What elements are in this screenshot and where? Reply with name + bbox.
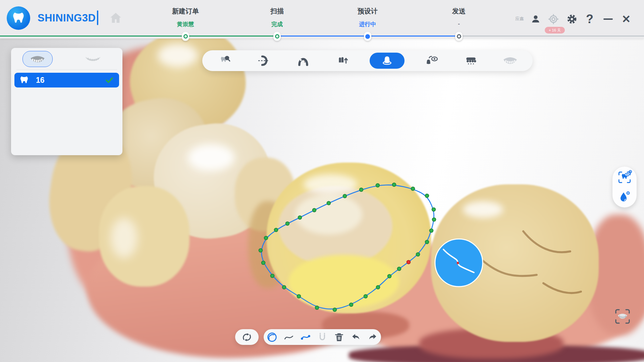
- highlight: [158, 44, 198, 67]
- texture-toggle-icon: [617, 189, 632, 204]
- margin-control-point[interactable]: [271, 274, 274, 278]
- margin-control-point[interactable]: [432, 208, 436, 212]
- control-point-curve-icon: [300, 332, 311, 343]
- tool-occlusion-adjust[interactable]: [330, 53, 355, 69]
- help-button[interactable]: ?: [584, 13, 595, 25]
- margin-control-point[interactable]: [411, 187, 415, 191]
- design-toolbar: 1: [202, 50, 533, 71]
- close-button[interactable]: ✕: [621, 13, 632, 25]
- margin-control-point[interactable]: [264, 236, 268, 240]
- tool-abutment-visibility[interactable]: [420, 53, 444, 69]
- margin-abutment-icon: [381, 54, 393, 67]
- close-icon: ✕: [622, 14, 631, 24]
- tooth-blob: [431, 184, 599, 342]
- logged-in-user: 应鑫: [515, 16, 524, 22]
- brand-name: SHINING3D: [38, 12, 96, 24]
- tool-free-curve[interactable]: [282, 330, 296, 344]
- tool-undo[interactable]: [349, 330, 363, 344]
- step-scan[interactable]: 扫描 完成: [240, 7, 314, 28]
- svg-text:1: 1: [304, 59, 306, 63]
- upper-jaw-icon: [30, 55, 46, 63]
- minimize-icon: [603, 18, 613, 20]
- user-button[interactable]: [530, 13, 541, 25]
- margin-control-point[interactable]: [327, 201, 331, 205]
- tool-delete[interactable]: [332, 330, 346, 344]
- margin-control-point[interactable]: [392, 183, 396, 187]
- margin-control-point[interactable]: [282, 286, 286, 289]
- help-icon: ?: [586, 13, 593, 25]
- margin-control-point[interactable]: [343, 194, 347, 198]
- margin-control-point[interactable]: [350, 303, 353, 307]
- step-label: 预设计: [331, 7, 405, 16]
- margin-active-point[interactable]: [407, 260, 411, 264]
- margin-control-point[interactable]: [432, 218, 436, 222]
- step-label: 新建订单: [149, 7, 222, 16]
- progress-segment-done: [0, 36, 277, 37]
- curve-toolbar: [264, 329, 381, 345]
- step-predesign[interactable]: 预设计 进行中: [331, 7, 405, 28]
- margin-control-point[interactable]: [430, 229, 433, 233]
- tool-bridge-connector[interactable]: [459, 53, 483, 69]
- step-dot: [273, 32, 281, 41]
- tab-lower-jaw[interactable]: [78, 53, 108, 66]
- tooth-list-item[interactable]: 16: [14, 73, 119, 87]
- margin-control-point[interactable]: [376, 184, 380, 187]
- header-bar: SHINING3D 新建订单 黄崇慧 扫描 完成 预设计 进行中 发送 -: [0, 0, 644, 39]
- margin-control-point[interactable]: [297, 295, 301, 298]
- arch-direction-icon: 1: [297, 55, 310, 67]
- step-status: -: [422, 20, 496, 27]
- step-status: 进行中: [331, 20, 405, 28]
- tool-margin-abutment[interactable]: [370, 53, 405, 69]
- settings-button[interactable]: [566, 13, 578, 25]
- margin-control-point[interactable]: [364, 295, 368, 298]
- margin-control-point[interactable]: [286, 222, 289, 226]
- margin-control-point[interactable]: [388, 275, 391, 278]
- tool-insertion-axis[interactable]: [252, 53, 276, 69]
- full-arch-view-icon: [614, 308, 631, 325]
- tooth-number: 16: [36, 76, 45, 85]
- minimize-button[interactable]: [602, 13, 614, 25]
- margin-control-point[interactable]: [360, 188, 363, 192]
- step-dot: [455, 32, 463, 41]
- step-new-order[interactable]: 新建订单 黄崇慧: [149, 7, 222, 28]
- license-button[interactable]: [548, 13, 559, 25]
- panel-divider: [16, 69, 117, 70]
- tool-redo[interactable]: [366, 330, 379, 344]
- step-dot: [364, 32, 371, 41]
- margin-control-point[interactable]: [315, 306, 319, 310]
- bridge-connector-icon: [465, 55, 477, 67]
- margin-control-point[interactable]: [425, 194, 429, 198]
- texture-toggle-button[interactable]: [612, 187, 637, 206]
- rotate-3d-button[interactable]: [235, 329, 259, 345]
- tool-closed-curve[interactable]: [265, 330, 279, 344]
- license-days-badge: + 16 天: [545, 27, 565, 34]
- margin-control-point[interactable]: [376, 286, 380, 289]
- margin-control-point[interactable]: [313, 208, 316, 212]
- margin-control-point[interactable]: [397, 267, 401, 271]
- undo-icon: [351, 332, 361, 343]
- margin-control-point[interactable]: [333, 308, 337, 312]
- full-arch-view-button[interactable]: [614, 308, 631, 325]
- tool-full-denture[interactable]: [498, 53, 522, 69]
- tool-arch-direction[interactable]: 1: [291, 53, 315, 69]
- tab-upper-jaw[interactable]: [22, 51, 53, 67]
- margin-control-point[interactable]: [262, 261, 265, 265]
- highlight: [463, 201, 503, 218]
- margin-control-point[interactable]: [298, 216, 302, 220]
- restoration-panel: 16: [11, 48, 122, 155]
- rotate-3d-icon: [241, 331, 253, 343]
- lower-jaw-icon: [84, 56, 102, 63]
- step-send[interactable]: 发送 -: [422, 7, 496, 27]
- margin-control-point[interactable]: [416, 253, 420, 256]
- margin-control-point[interactable]: [274, 228, 278, 232]
- tool-tooth-inspect[interactable]: [213, 53, 237, 69]
- margin-control-point[interactable]: [425, 240, 429, 244]
- margin-control-point[interactable]: [259, 249, 263, 252]
- gear-icon: [567, 14, 577, 24]
- tool-control-point-curve[interactable]: [299, 330, 312, 344]
- focus-margin-view-button[interactable]: [612, 168, 637, 187]
- tool-magnet-snap[interactable]: [316, 330, 329, 344]
- view-tools-pill: [612, 167, 637, 207]
- redo-icon: [367, 332, 378, 343]
- home-button[interactable]: [109, 11, 123, 25]
